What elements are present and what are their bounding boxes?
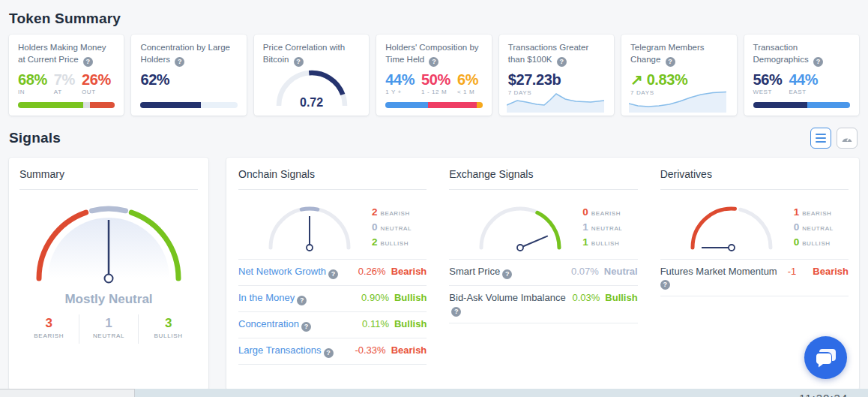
exchange-neutral-count: 1NEUTRAL bbox=[582, 221, 622, 233]
help-icon[interactable] bbox=[557, 57, 567, 67]
help-icon[interactable] bbox=[328, 269, 338, 279]
card-telegram-members[interactable]: Telegram Members Change ↗ 0.83% 7 DAYS bbox=[621, 35, 736, 116]
stat-1-12m: 50% 1 - 12 M bbox=[421, 72, 450, 95]
card-holders-composition[interactable]: Holders' Composition by Time Held 44% 1 … bbox=[376, 35, 491, 116]
derivatives-title: Derivatives bbox=[660, 168, 849, 180]
composition-bar bbox=[385, 102, 482, 108]
help-icon[interactable] bbox=[660, 280, 670, 290]
horizontal-scrollbar[interactable] bbox=[0, 389, 135, 397]
card-title: Transaction Demographics bbox=[753, 43, 809, 64]
bid-ask-imbalance-label: Bid-Ask Volume Imbalance bbox=[449, 292, 572, 317]
stat-1y: 44% 1 Y + bbox=[385, 72, 415, 95]
large-tx-value: $27.23b bbox=[508, 72, 605, 88]
token-summary-cards: Holders Making Money at Current Price 68… bbox=[0, 35, 868, 116]
card-title: Holders Making Money at Current Price bbox=[18, 43, 106, 64]
signals-heading: Signals bbox=[9, 130, 61, 146]
signal-row-in-the-money: In the Money 0.90%Bullish bbox=[238, 285, 427, 311]
chat-bubble-icon bbox=[815, 347, 837, 368]
help-icon[interactable] bbox=[502, 269, 512, 279]
card-price-correlation[interactable]: Price Correlation with Bitcoin 0.72 bbox=[254, 35, 369, 116]
telegram-change-value: 0.83% bbox=[647, 71, 688, 88]
correlation-value: 0.72 bbox=[254, 96, 369, 110]
concentration-value: 62% bbox=[140, 72, 237, 88]
signals-detail-panel: Onchain Signals 2BEARISH 0NEUTRAL 2BULLI… bbox=[226, 158, 859, 390]
card-transaction-demographics[interactable]: Transaction Demographics 56% WEST 44% EA… bbox=[744, 35, 859, 116]
exchange-signals-column: Exchange Signals 0BEARISH 1NEUTRAL 1BULL… bbox=[437, 168, 648, 390]
card-title: Concentration by Large Holders bbox=[140, 43, 230, 64]
west-east-bar bbox=[753, 102, 850, 108]
signal-row-futures-momentum: Futures Market Momentum -1Bearish bbox=[660, 259, 849, 296]
signal-row-large-transactions: Large Transactions -0.33%Bearish bbox=[238, 338, 427, 365]
smart-price-label: Smart Price bbox=[449, 266, 512, 279]
signal-row-net-network-growth: Net Network Growth 0.26%Bearish bbox=[238, 259, 427, 285]
summary-panel-title: Summary bbox=[19, 168, 198, 180]
onchain-gauge-icon bbox=[261, 200, 358, 253]
chat-widget-button[interactable] bbox=[804, 336, 847, 379]
summary-stat-neutral: 1 NEUTRAL bbox=[79, 314, 139, 344]
large-transactions-link[interactable]: Large Transactions bbox=[238, 344, 334, 358]
in-out-bar bbox=[18, 102, 115, 108]
stat-west: 56% WEST bbox=[753, 72, 783, 95]
derivatives-bearish-count: 1BEARISH bbox=[794, 206, 834, 218]
summary-stat-bearish: 3 BEARISH bbox=[19, 314, 79, 344]
concentration-link[interactable]: Concentration bbox=[238, 318, 311, 332]
summary-mood-label: Mostly Neutral bbox=[19, 292, 198, 307]
net-network-growth-link[interactable]: Net Network Growth bbox=[238, 266, 338, 279]
in-the-money-link[interactable]: In the Money bbox=[238, 292, 307, 305]
help-icon[interactable] bbox=[324, 348, 334, 358]
card-title: Transactions Greater than $100K bbox=[508, 43, 589, 64]
up-arrow-icon: ↗ bbox=[630, 71, 642, 88]
card-large-transactions[interactable]: Transactions Greater than $100K $27.23b … bbox=[499, 35, 614, 116]
card-title: Price Correlation with Bitcoin bbox=[263, 43, 345, 64]
help-icon[interactable] bbox=[175, 57, 184, 67]
onchain-title: Onchain Signals bbox=[238, 168, 427, 180]
futures-momentum-label: Futures Market Momentum bbox=[660, 266, 777, 290]
speedometer-icon bbox=[840, 133, 854, 143]
stat-in: 68% IN bbox=[18, 72, 47, 95]
clipped-time-label: 11:30:34 bbox=[799, 392, 848, 397]
onchain-signals-column: Onchain Signals 2BEARISH 0NEUTRAL 2BULLI… bbox=[226, 168, 437, 390]
onchain-bullish-count: 2BULLISH bbox=[372, 236, 412, 248]
derivatives-neutral-count: 0NEUTRAL bbox=[794, 221, 834, 233]
signals-view-toggle bbox=[810, 128, 858, 149]
stat-east: 44% EAST bbox=[789, 72, 818, 95]
help-icon[interactable] bbox=[666, 57, 675, 67]
summary-stat-bullish: 3 BULLISH bbox=[138, 314, 198, 344]
card-holders-making-money[interactable]: Holders Making Money at Current Price 68… bbox=[9, 35, 124, 116]
concentration-bar bbox=[140, 102, 237, 108]
help-icon[interactable] bbox=[429, 57, 438, 67]
derivatives-bullish-count: 0BULLISH bbox=[794, 236, 834, 248]
exchange-bearish-count: 0BEARISH bbox=[582, 206, 622, 218]
help-icon[interactable] bbox=[301, 322, 311, 332]
onchain-neutral-count: 0NEUTRAL bbox=[372, 221, 412, 233]
help-icon[interactable] bbox=[813, 57, 823, 67]
card-concentration[interactable]: Concentration by Large Holders 62% bbox=[131, 35, 246, 116]
signal-row-smart-price: Smart Price 0.07%Neutral bbox=[449, 259, 637, 285]
stat-under-1m: 6% < 1 M bbox=[457, 72, 478, 95]
help-icon[interactable] bbox=[297, 296, 307, 305]
stat-out: 26% OUT bbox=[82, 72, 111, 95]
telegram-sparkline-icon bbox=[629, 90, 726, 113]
help-icon[interactable] bbox=[451, 307, 461, 317]
signal-row-concentration: Concentration 0.11%Bullish bbox=[238, 311, 427, 338]
summary-panel: Summary Mostly Neutral 3 bbox=[9, 158, 208, 390]
exchange-gauge-icon bbox=[471, 200, 569, 253]
token-summary-heading: Token Summary bbox=[0, 0, 868, 35]
gauge-view-button[interactable] bbox=[837, 128, 858, 149]
onchain-bearish-count: 2BEARISH bbox=[372, 206, 412, 218]
stat-at: 7% AT bbox=[54, 72, 75, 95]
signal-row-bid-ask-imbalance: Bid-Ask Volume Imbalance 0.03%Bullish bbox=[449, 285, 637, 323]
list-view-button[interactable] bbox=[810, 128, 831, 149]
help-icon[interactable] bbox=[83, 57, 93, 67]
exchange-title: Exchange Signals bbox=[449, 168, 637, 180]
list-icon bbox=[816, 134, 826, 143]
derivatives-gauge-icon bbox=[683, 200, 780, 253]
summary-gauge-icon bbox=[19, 202, 198, 289]
large-tx-sparkline-icon bbox=[507, 90, 604, 113]
below-fold-strip: 11:30:34 bbox=[0, 389, 868, 397]
exchange-bullish-count: 1BULLISH bbox=[582, 236, 622, 248]
